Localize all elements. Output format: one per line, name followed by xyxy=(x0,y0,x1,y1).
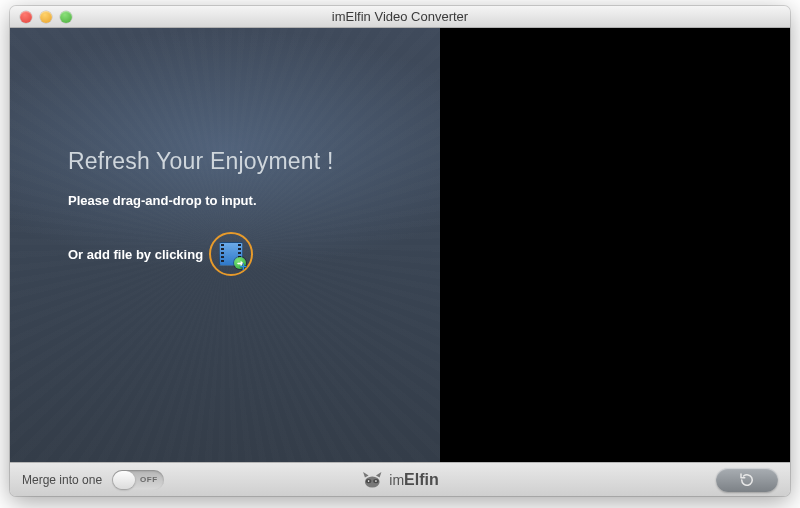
minimize-icon[interactable] xyxy=(40,11,52,23)
drop-zone[interactable]: Refresh Your Enjoyment ! Please drag-and… xyxy=(10,28,440,462)
titlebar: imElfin Video Converter xyxy=(10,6,790,28)
svg-point-3 xyxy=(368,480,370,482)
footer-bar: Merge into one OFF imElfin xyxy=(10,462,790,496)
convert-button[interactable] xyxy=(716,468,778,492)
application-window: imElfin Video Converter Refresh Your Enj… xyxy=(10,6,790,496)
raccoon-logo-icon xyxy=(361,471,383,489)
toggle-knob xyxy=(113,471,135,489)
brand-text: imElfin xyxy=(389,471,438,489)
headline-text: Refresh Your Enjoyment ! xyxy=(68,148,410,175)
svg-point-4 xyxy=(375,480,377,482)
click-hint-text: Or add file by clicking xyxy=(68,247,203,262)
add-file-highlight-circle: ➜ + xyxy=(209,232,253,276)
merge-toggle[interactable]: OFF xyxy=(112,470,164,490)
zoom-icon[interactable] xyxy=(60,11,72,23)
merge-label: Merge into one xyxy=(22,473,102,487)
drop-zone-message: Refresh Your Enjoyment ! Please drag-and… xyxy=(68,148,410,276)
window-title: imElfin Video Converter xyxy=(10,9,790,24)
window-controls xyxy=(10,11,72,23)
toggle-state-text: OFF xyxy=(140,475,158,484)
brand-name: Elfin xyxy=(404,471,439,488)
close-icon[interactable] xyxy=(20,11,32,23)
refresh-arrow-icon xyxy=(738,471,756,489)
add-file-icon[interactable]: ➜ + xyxy=(219,242,243,266)
brand: imElfin xyxy=(361,471,438,489)
content-area: Refresh Your Enjoyment ! Please drag-and… xyxy=(10,28,790,462)
plus-badge-icon: + xyxy=(240,259,248,274)
click-hint-row: Or add file by clicking ➜ + xyxy=(68,232,410,276)
preview-pane xyxy=(440,28,790,462)
drag-hint-text: Please drag-and-drop to input. xyxy=(68,193,410,208)
brand-prefix: im xyxy=(389,472,404,488)
